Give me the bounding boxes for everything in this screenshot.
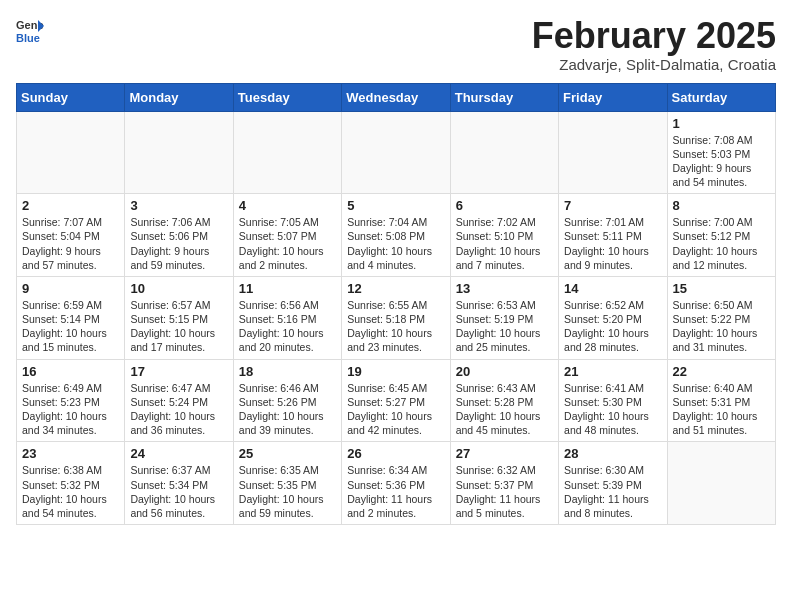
calendar-cell (17, 111, 125, 194)
cell-daylight-info: Sunrise: 6:59 AM Sunset: 5:14 PM Dayligh… (22, 298, 119, 355)
calendar-week-row: 23Sunrise: 6:38 AM Sunset: 5:32 PM Dayli… (17, 442, 776, 525)
calendar-cell (125, 111, 233, 194)
day-number: 27 (456, 446, 553, 461)
cell-daylight-info: Sunrise: 6:35 AM Sunset: 5:35 PM Dayligh… (239, 463, 336, 520)
cell-daylight-info: Sunrise: 6:30 AM Sunset: 5:39 PM Dayligh… (564, 463, 661, 520)
calendar-cell: 26Sunrise: 6:34 AM Sunset: 5:36 PM Dayli… (342, 442, 450, 525)
weekday-header: Saturday (667, 83, 775, 111)
calendar-cell: 24Sunrise: 6:37 AM Sunset: 5:34 PM Dayli… (125, 442, 233, 525)
cell-daylight-info: Sunrise: 7:06 AM Sunset: 5:06 PM Dayligh… (130, 215, 227, 272)
calendar-cell: 8Sunrise: 7:00 AM Sunset: 5:12 PM Daylig… (667, 194, 775, 277)
weekday-header: Wednesday (342, 83, 450, 111)
calendar-cell: 15Sunrise: 6:50 AM Sunset: 5:22 PM Dayli… (667, 276, 775, 359)
cell-daylight-info: Sunrise: 6:46 AM Sunset: 5:26 PM Dayligh… (239, 381, 336, 438)
cell-daylight-info: Sunrise: 6:49 AM Sunset: 5:23 PM Dayligh… (22, 381, 119, 438)
cell-daylight-info: Sunrise: 7:05 AM Sunset: 5:07 PM Dayligh… (239, 215, 336, 272)
day-number: 8 (673, 198, 770, 213)
cell-daylight-info: Sunrise: 6:55 AM Sunset: 5:18 PM Dayligh… (347, 298, 444, 355)
calendar-cell: 20Sunrise: 6:43 AM Sunset: 5:28 PM Dayli… (450, 359, 558, 442)
cell-daylight-info: Sunrise: 6:41 AM Sunset: 5:30 PM Dayligh… (564, 381, 661, 438)
day-number: 17 (130, 364, 227, 379)
cell-daylight-info: Sunrise: 7:07 AM Sunset: 5:04 PM Dayligh… (22, 215, 119, 272)
title-area: February 2025 Zadvarje, Split-Dalmatia, … (532, 16, 776, 73)
day-number: 16 (22, 364, 119, 379)
calendar-cell (450, 111, 558, 194)
day-number: 3 (130, 198, 227, 213)
logo: General Blue (16, 16, 44, 44)
cell-daylight-info: Sunrise: 7:08 AM Sunset: 5:03 PM Dayligh… (673, 133, 770, 190)
day-number: 19 (347, 364, 444, 379)
cell-daylight-info: Sunrise: 6:43 AM Sunset: 5:28 PM Dayligh… (456, 381, 553, 438)
cell-daylight-info: Sunrise: 6:34 AM Sunset: 5:36 PM Dayligh… (347, 463, 444, 520)
calendar-cell (233, 111, 341, 194)
calendar-cell (342, 111, 450, 194)
calendar-cell: 4Sunrise: 7:05 AM Sunset: 5:07 PM Daylig… (233, 194, 341, 277)
logo-icon: General Blue (16, 16, 44, 44)
calendar-cell: 9Sunrise: 6:59 AM Sunset: 5:14 PM Daylig… (17, 276, 125, 359)
calendar-cell: 12Sunrise: 6:55 AM Sunset: 5:18 PM Dayli… (342, 276, 450, 359)
cell-daylight-info: Sunrise: 6:38 AM Sunset: 5:32 PM Dayligh… (22, 463, 119, 520)
cell-daylight-info: Sunrise: 6:57 AM Sunset: 5:15 PM Dayligh… (130, 298, 227, 355)
day-number: 12 (347, 281, 444, 296)
day-number: 23 (22, 446, 119, 461)
day-number: 13 (456, 281, 553, 296)
cell-daylight-info: Sunrise: 6:52 AM Sunset: 5:20 PM Dayligh… (564, 298, 661, 355)
calendar-cell: 21Sunrise: 6:41 AM Sunset: 5:30 PM Dayli… (559, 359, 667, 442)
calendar-cell: 7Sunrise: 7:01 AM Sunset: 5:11 PM Daylig… (559, 194, 667, 277)
calendar-week-row: 2Sunrise: 7:07 AM Sunset: 5:04 PM Daylig… (17, 194, 776, 277)
cell-daylight-info: Sunrise: 7:02 AM Sunset: 5:10 PM Dayligh… (456, 215, 553, 272)
weekday-header: Sunday (17, 83, 125, 111)
cell-daylight-info: Sunrise: 7:00 AM Sunset: 5:12 PM Dayligh… (673, 215, 770, 272)
calendar-cell: 3Sunrise: 7:06 AM Sunset: 5:06 PM Daylig… (125, 194, 233, 277)
month-title: February 2025 (532, 16, 776, 56)
calendar-cell: 16Sunrise: 6:49 AM Sunset: 5:23 PM Dayli… (17, 359, 125, 442)
calendar-cell (667, 442, 775, 525)
calendar-cell: 28Sunrise: 6:30 AM Sunset: 5:39 PM Dayli… (559, 442, 667, 525)
cell-daylight-info: Sunrise: 6:53 AM Sunset: 5:19 PM Dayligh… (456, 298, 553, 355)
calendar-week-row: 9Sunrise: 6:59 AM Sunset: 5:14 PM Daylig… (17, 276, 776, 359)
day-number: 26 (347, 446, 444, 461)
calendar-week-row: 1Sunrise: 7:08 AM Sunset: 5:03 PM Daylig… (17, 111, 776, 194)
svg-text:Blue: Blue (16, 32, 40, 44)
weekday-header: Thursday (450, 83, 558, 111)
cell-daylight-info: Sunrise: 7:01 AM Sunset: 5:11 PM Dayligh… (564, 215, 661, 272)
calendar-cell: 18Sunrise: 6:46 AM Sunset: 5:26 PM Dayli… (233, 359, 341, 442)
calendar-cell: 2Sunrise: 7:07 AM Sunset: 5:04 PM Daylig… (17, 194, 125, 277)
day-number: 11 (239, 281, 336, 296)
calendar-cell: 14Sunrise: 6:52 AM Sunset: 5:20 PM Dayli… (559, 276, 667, 359)
day-number: 1 (673, 116, 770, 131)
day-number: 28 (564, 446, 661, 461)
calendar-table: SundayMondayTuesdayWednesdayThursdayFrid… (16, 83, 776, 525)
cell-daylight-info: Sunrise: 6:45 AM Sunset: 5:27 PM Dayligh… (347, 381, 444, 438)
day-number: 15 (673, 281, 770, 296)
cell-daylight-info: Sunrise: 6:50 AM Sunset: 5:22 PM Dayligh… (673, 298, 770, 355)
calendar-week-row: 16Sunrise: 6:49 AM Sunset: 5:23 PM Dayli… (17, 359, 776, 442)
calendar-cell: 17Sunrise: 6:47 AM Sunset: 5:24 PM Dayli… (125, 359, 233, 442)
cell-daylight-info: Sunrise: 7:04 AM Sunset: 5:08 PM Dayligh… (347, 215, 444, 272)
calendar-cell: 19Sunrise: 6:45 AM Sunset: 5:27 PM Dayli… (342, 359, 450, 442)
calendar-cell: 27Sunrise: 6:32 AM Sunset: 5:37 PM Dayli… (450, 442, 558, 525)
calendar-cell: 13Sunrise: 6:53 AM Sunset: 5:19 PM Dayli… (450, 276, 558, 359)
day-number: 20 (456, 364, 553, 379)
weekday-header: Tuesday (233, 83, 341, 111)
calendar-cell: 1Sunrise: 7:08 AM Sunset: 5:03 PM Daylig… (667, 111, 775, 194)
weekday-header-row: SundayMondayTuesdayWednesdayThursdayFrid… (17, 83, 776, 111)
calendar-cell (559, 111, 667, 194)
header: General Blue February 2025 Zadvarje, Spl… (16, 16, 776, 73)
calendar-cell: 10Sunrise: 6:57 AM Sunset: 5:15 PM Dayli… (125, 276, 233, 359)
day-number: 6 (456, 198, 553, 213)
day-number: 4 (239, 198, 336, 213)
day-number: 18 (239, 364, 336, 379)
day-number: 5 (347, 198, 444, 213)
weekday-header: Monday (125, 83, 233, 111)
cell-daylight-info: Sunrise: 6:47 AM Sunset: 5:24 PM Dayligh… (130, 381, 227, 438)
cell-daylight-info: Sunrise: 6:40 AM Sunset: 5:31 PM Dayligh… (673, 381, 770, 438)
day-number: 9 (22, 281, 119, 296)
calendar-cell: 23Sunrise: 6:38 AM Sunset: 5:32 PM Dayli… (17, 442, 125, 525)
day-number: 10 (130, 281, 227, 296)
day-number: 25 (239, 446, 336, 461)
weekday-header: Friday (559, 83, 667, 111)
day-number: 2 (22, 198, 119, 213)
day-number: 22 (673, 364, 770, 379)
cell-daylight-info: Sunrise: 6:56 AM Sunset: 5:16 PM Dayligh… (239, 298, 336, 355)
